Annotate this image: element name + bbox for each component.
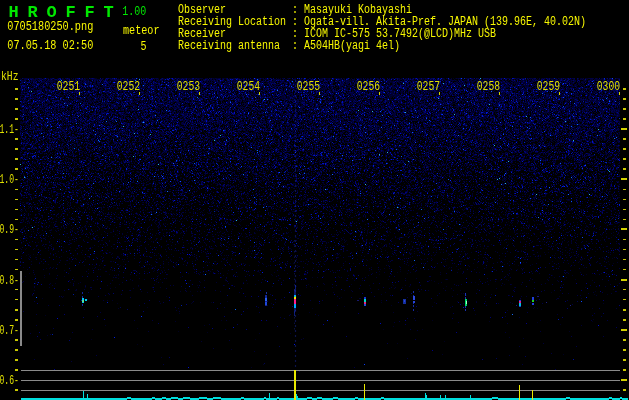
svg-text:1.1-: 1.1- bbox=[0, 123, 19, 137]
svg-text:07.05.18 02:50: 07.05.18 02:50 bbox=[7, 39, 93, 53]
svg-text:0257: 0257 bbox=[417, 80, 440, 94]
svg-text:0.7-: 0.7- bbox=[0, 324, 19, 338]
svg-text:1.00: 1.00 bbox=[122, 5, 146, 19]
svg-text:0251: 0251 bbox=[57, 80, 80, 94]
svg-text:1.0-: 1.0- bbox=[0, 173, 19, 187]
svg-text:0252: 0252 bbox=[117, 80, 140, 94]
svg-text:kHz: kHz bbox=[1, 70, 19, 84]
svg-text:0.6-: 0.6- bbox=[0, 374, 19, 388]
svg-text:0256: 0256 bbox=[357, 80, 380, 94]
svg-text:meteor: meteor bbox=[123, 24, 160, 38]
svg-text:0254: 0254 bbox=[237, 80, 260, 94]
svg-text:0705180250.png: 0705180250.png bbox=[7, 20, 93, 34]
svg-text:0258: 0258 bbox=[477, 80, 500, 94]
svg-text:0.8-: 0.8- bbox=[0, 274, 19, 288]
svg-text:Receiving antenna : A504HB(ya: Receiving antenna : A504HB(yagi 4el) bbox=[178, 39, 400, 53]
svg-text:0259: 0259 bbox=[537, 80, 560, 94]
svg-text:0300: 0300 bbox=[597, 80, 620, 94]
svg-text:0253: 0253 bbox=[177, 80, 200, 94]
svg-text:5: 5 bbox=[141, 40, 147, 54]
svg-text:0.9-: 0.9- bbox=[0, 223, 19, 237]
svg-text:0255: 0255 bbox=[297, 80, 320, 94]
